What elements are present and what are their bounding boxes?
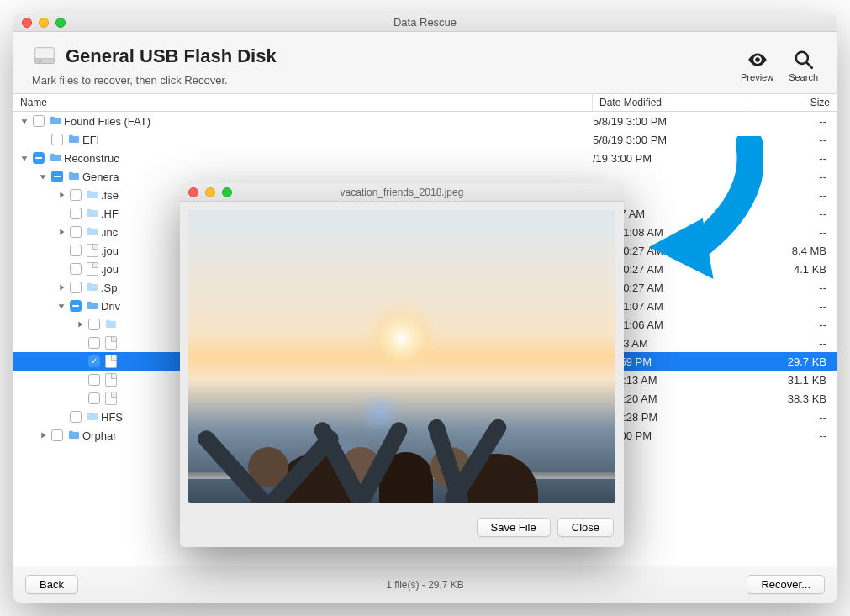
main-titlebar[interactable]: Data Rescue — [13, 13, 837, 32]
row-checkbox[interactable] — [30, 115, 47, 127]
row-size: -- — [752, 282, 837, 294]
file-icon — [103, 355, 119, 368]
disclosure-triangle[interactable] — [55, 190, 67, 200]
row-checkbox[interactable] — [67, 282, 84, 293]
row-checkbox[interactable] — [86, 392, 103, 404]
row-size: 29.7 KB — [752, 355, 837, 368]
row-date: 5/8/19 3:00 PM — [593, 134, 752, 146]
file-icon — [84, 262, 101, 276]
folder-icon — [103, 318, 119, 331]
row-size: -- — [752, 134, 837, 146]
row-name: Reconstruc — [64, 152, 593, 165]
column-headers[interactable]: Name Date Modified Size — [13, 93, 837, 112]
folder-icon — [84, 225, 101, 239]
row-checkbox[interactable] — [49, 171, 66, 182]
preview-titlebar[interactable]: vacation_friends_2018.jpeg — [180, 183, 624, 202]
row-size: -- — [752, 300, 837, 313]
disk-icon — [32, 44, 57, 69]
eye-icon — [747, 49, 768, 71]
row-size: -- — [752, 411, 837, 424]
disclosure-triangle[interactable] — [55, 227, 67, 237]
header: General USB Flash Disk Mark files to rec… — [13, 32, 837, 93]
disclosure-triangle[interactable] — [74, 319, 86, 329]
folder-icon — [47, 114, 64, 128]
preview-button[interactable]: Preview — [741, 49, 773, 82]
row-checkbox[interactable]: ✓ — [86, 355, 103, 367]
row-size: -- — [752, 429, 837, 442]
svg-line-4 — [806, 62, 812, 68]
row-checkbox[interactable] — [67, 300, 84, 312]
row-size: -- — [752, 171, 837, 183]
page-subtitle: Mark files to recover, then click Recove… — [32, 74, 277, 87]
window-title: Data Rescue — [13, 16, 837, 29]
row-size: -- — [752, 152, 837, 165]
row-size: 38.3 KB — [752, 392, 837, 405]
row-size: -- — [752, 319, 837, 331]
folder-icon — [66, 170, 82, 183]
row-checkbox[interactable] — [49, 429, 66, 441]
tree-row[interactable]: EFI 5/8/19 3:00 PM -- — [13, 130, 837, 149]
row-checkbox[interactable] — [86, 374, 103, 386]
folder-icon — [66, 429, 82, 442]
row-size: -- — [752, 226, 837, 239]
tree-row[interactable]: Found Files (FAT) 5/8/19 3:00 PM -- — [13, 112, 837, 130]
disclosure-triangle[interactable] — [55, 282, 67, 292]
row-name: EFI — [82, 134, 593, 146]
row-size: -- — [752, 115, 837, 128]
disclosure-triangle[interactable] — [37, 430, 49, 440]
disclosure-triangle[interactable] — [18, 116, 30, 126]
file-icon — [103, 336, 119, 350]
row-checkbox[interactable] — [67, 226, 84, 238]
disclosure-triangle[interactable] — [55, 301, 67, 311]
file-icon — [103, 373, 119, 387]
row-checkbox[interactable] — [67, 189, 84, 201]
folder-icon — [84, 188, 101, 202]
row-checkbox[interactable] — [67, 263, 84, 275]
folder-icon — [66, 133, 82, 146]
row-size: 31.1 KB — [752, 374, 837, 387]
status-text: 1 file(s) - 29.7 KB — [13, 579, 837, 591]
row-name: Found Files (FAT) — [64, 115, 593, 128]
column-date[interactable]: Date Modified — [593, 94, 752, 111]
row-checkbox[interactable] — [67, 245, 84, 256]
folder-icon — [84, 207, 101, 220]
row-size: -- — [752, 208, 837, 220]
disclosure-triangle[interactable] — [37, 171, 49, 182]
file-icon — [103, 392, 119, 405]
column-name[interactable]: Name — [13, 94, 593, 111]
row-size: -- — [752, 189, 837, 202]
page-title: General USB Flash Disk — [66, 45, 277, 67]
row-checkbox[interactable] — [67, 208, 84, 219]
folder-icon — [84, 281, 101, 294]
row-size: 8.4 MB — [752, 245, 837, 257]
save-file-button[interactable]: Save File — [477, 518, 551, 537]
row-checkbox[interactable] — [86, 319, 103, 330]
row-checkbox[interactable] — [30, 152, 47, 164]
row-name: Genera — [82, 171, 593, 183]
preview-image — [188, 210, 615, 503]
preview-title: vacation_friends_2018.jpeg — [180, 187, 624, 198]
svg-rect-2 — [38, 61, 43, 62]
row-size: 4.1 KB — [752, 263, 837, 276]
row-checkbox[interactable] — [67, 411, 84, 423]
preview-window[interactable]: vacation_friends_2018.jpeg Save File Clo… — [180, 183, 624, 547]
column-size[interactable]: Size — [752, 94, 837, 111]
row-date: 5/8/19 3:00 PM — [593, 115, 752, 128]
folder-icon — [84, 410, 101, 424]
folder-icon — [84, 299, 101, 313]
row-size: -- — [752, 337, 837, 350]
row-checkbox[interactable] — [86, 337, 103, 349]
search-button[interactable]: Search — [789, 49, 818, 82]
disclosure-triangle[interactable] — [18, 153, 30, 163]
row-date: /19 3:00 PM — [593, 152, 752, 165]
row-checkbox[interactable] — [49, 134, 66, 145]
footer-bar: Back 1 file(s) - 29.7 KB Recover... — [13, 566, 837, 603]
file-icon — [84, 244, 101, 257]
search-icon — [793, 49, 815, 71]
folder-icon — [47, 151, 64, 165]
tree-row[interactable]: Reconstruc /19 3:00 PM -- — [13, 149, 837, 167]
close-preview-button[interactable]: Close — [557, 518, 614, 537]
